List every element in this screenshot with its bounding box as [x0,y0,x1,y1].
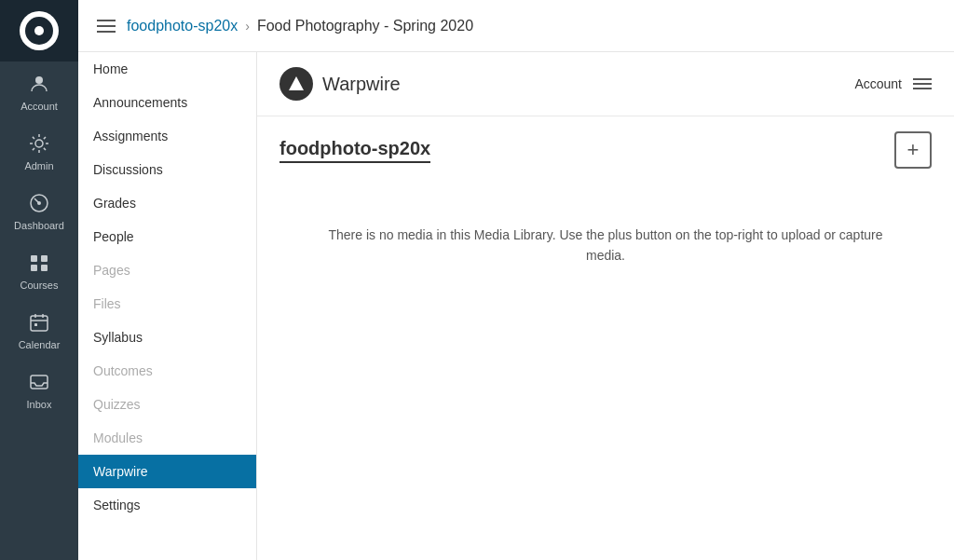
hamburger-button[interactable] [93,16,119,36]
nav-people[interactable]: People [78,220,256,253]
breadcrumb-current: Food Photography - Spring 2020 [257,18,473,34]
empty-message-text: There is no media in this Media Library.… [328,227,882,242]
svg-rect-7 [41,265,48,271]
nav-settings[interactable]: Settings [78,488,256,522]
nav-home[interactable]: Home [78,52,256,86]
nav-pages: Pages [78,253,256,287]
warpwire-logo: Warpwire [279,67,401,101]
dashboard-icon [26,190,52,216]
nav-files: Files [78,287,256,321]
nav-grades[interactable]: Grades [78,186,256,220]
nav-modules: Modules [78,421,256,455]
calendar-icon [26,309,52,335]
breadcrumb-separator: › [245,19,250,34]
sidebar-label-account: Account [20,101,58,112]
add-media-button[interactable]: + [894,131,932,169]
warpwire-menu-icon[interactable] [913,78,932,89]
sidebar-item-courses[interactable]: Courses [0,240,78,300]
svg-rect-8 [31,316,48,331]
warpwire-header: Warpwire Account [257,52,954,116]
nav-assignments[interactable]: Assignments [78,119,256,153]
svg-rect-10 [31,376,48,389]
nav-syllabus[interactable]: Syllabus [78,321,256,354]
sidebar-item-calendar[interactable]: Calendar [0,300,78,360]
empty-message: There is no media in this Media Library.… [279,225,932,266]
nav-warpwire[interactable]: Warpwire [78,455,256,488]
warpwire-logo-text: Warpwire [322,74,401,95]
top-header: foodphoto-sp20x › Food Photography - Spr… [78,0,954,52]
main-area: Home Announcements Assignments Discussio… [78,52,954,560]
sidebar-item-account[interactable]: Account [0,61,78,121]
sidebar-label-calendar: Calendar [19,339,61,350]
content-area: Warpwire Account foodphoto-sp20x + There… [257,52,954,560]
svg-point-3 [37,201,41,205]
nav-announcements[interactable]: Announcements [78,86,256,119]
warpwire-logo-icon [279,67,313,101]
admin-icon [26,130,52,157]
warpwire-header-right: Account [854,76,932,91]
svg-rect-9 [34,323,37,326]
inbox-icon [26,369,52,395]
breadcrumb: foodphoto-sp20x › Food Photography - Spr… [127,18,473,34]
svg-rect-4 [31,255,37,262]
nav-outcomes: Outcomes [78,354,256,388]
empty-message-text2: media. [586,248,625,263]
courses-icon [26,250,52,276]
svg-rect-5 [41,255,48,262]
svg-point-1 [35,140,43,147]
sidebar-label-courses: Courses [20,280,59,291]
account-link[interactable]: Account [854,76,902,91]
svg-rect-6 [31,265,37,271]
svg-point-0 [35,76,43,84]
warpwire-content: foodphoto-sp20x + There is no media in t… [257,116,954,281]
sidebar-item-inbox[interactable]: Inbox [0,360,78,419]
svg-marker-11 [289,76,304,90]
breadcrumb-link[interactable]: foodphoto-sp20x [127,18,238,34]
sidebar-item-dashboard[interactable]: Dashboard [0,181,78,240]
logo-circle [20,11,59,50]
app-logo[interactable] [0,0,78,61]
sidebar-dark: Account Admin Dashboard [0,0,78,560]
warpwire-library-title: foodphoto-sp20x [279,138,430,163]
sidebar-label-inbox: Inbox [27,399,52,410]
sidebar-label-dashboard: Dashboard [14,220,64,231]
warpwire-title-bar: foodphoto-sp20x + [279,131,932,169]
sidebar-label-admin: Admin [24,160,53,171]
nav-discussions[interactable]: Discussions [78,153,256,186]
account-icon [26,71,52,97]
course-nav: Home Announcements Assignments Discussio… [78,52,257,560]
nav-quizzes: Quizzes [78,388,256,421]
sidebar-item-admin[interactable]: Admin [0,121,78,181]
